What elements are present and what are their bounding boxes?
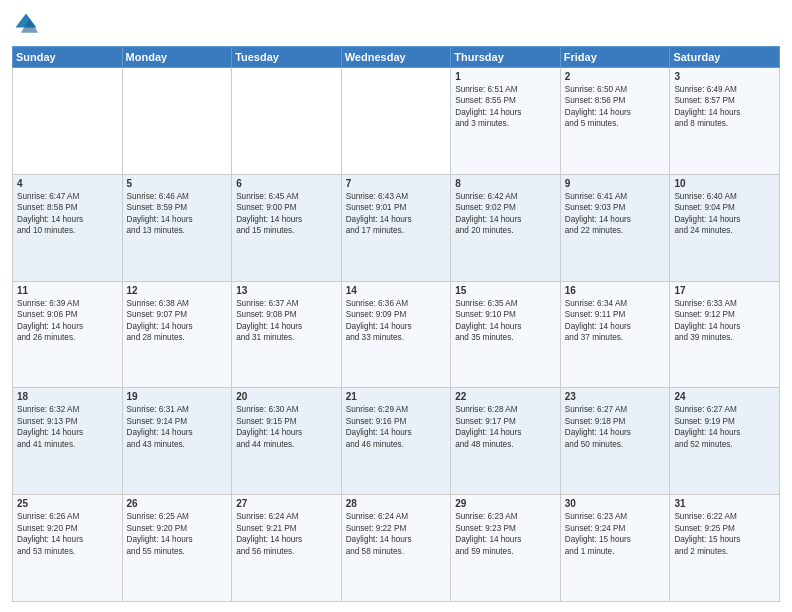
cell-info: Sunrise: 6:38 AM Sunset: 9:07 PM Dayligh… <box>127 298 228 344</box>
cell-info: Sunrise: 6:26 AM Sunset: 9:20 PM Dayligh… <box>17 511 118 557</box>
calendar-cell: 26Sunrise: 6:25 AM Sunset: 9:20 PM Dayli… <box>122 495 232 602</box>
weekday-header-cell: Tuesday <box>232 47 342 68</box>
cell-info: Sunrise: 6:35 AM Sunset: 9:10 PM Dayligh… <box>455 298 556 344</box>
cell-info: Sunrise: 6:50 AM Sunset: 8:56 PM Dayligh… <box>565 84 666 130</box>
calendar-cell: 23Sunrise: 6:27 AM Sunset: 9:18 PM Dayli… <box>560 388 670 495</box>
calendar-cell <box>341 68 451 175</box>
calendar-cell: 24Sunrise: 6:27 AM Sunset: 9:19 PM Dayli… <box>670 388 780 495</box>
cell-info: Sunrise: 6:24 AM Sunset: 9:21 PM Dayligh… <box>236 511 337 557</box>
day-number: 4 <box>17 178 118 189</box>
calendar-week-row: 18Sunrise: 6:32 AM Sunset: 9:13 PM Dayli… <box>13 388 780 495</box>
cell-info: Sunrise: 6:42 AM Sunset: 9:02 PM Dayligh… <box>455 191 556 237</box>
calendar-cell <box>13 68 123 175</box>
calendar-cell: 1Sunrise: 6:51 AM Sunset: 8:55 PM Daylig… <box>451 68 561 175</box>
calendar-cell: 17Sunrise: 6:33 AM Sunset: 9:12 PM Dayli… <box>670 281 780 388</box>
day-number: 8 <box>455 178 556 189</box>
calendar-cell: 14Sunrise: 6:36 AM Sunset: 9:09 PM Dayli… <box>341 281 451 388</box>
weekday-header-cell: Saturday <box>670 47 780 68</box>
day-number: 11 <box>17 285 118 296</box>
day-number: 16 <box>565 285 666 296</box>
cell-info: Sunrise: 6:22 AM Sunset: 9:25 PM Dayligh… <box>674 511 775 557</box>
weekday-header-cell: Wednesday <box>341 47 451 68</box>
calendar-cell: 29Sunrise: 6:23 AM Sunset: 9:23 PM Dayli… <box>451 495 561 602</box>
calendar-week-row: 1Sunrise: 6:51 AM Sunset: 8:55 PM Daylig… <box>13 68 780 175</box>
day-number: 24 <box>674 391 775 402</box>
calendar-body: 1Sunrise: 6:51 AM Sunset: 8:55 PM Daylig… <box>13 68 780 602</box>
calendar-cell <box>232 68 342 175</box>
cell-info: Sunrise: 6:43 AM Sunset: 9:01 PM Dayligh… <box>346 191 447 237</box>
calendar-cell: 2Sunrise: 6:50 AM Sunset: 8:56 PM Daylig… <box>560 68 670 175</box>
page: SundayMondayTuesdayWednesdayThursdayFrid… <box>0 0 792 612</box>
calendar-cell: 21Sunrise: 6:29 AM Sunset: 9:16 PM Dayli… <box>341 388 451 495</box>
calendar-cell: 30Sunrise: 6:23 AM Sunset: 9:24 PM Dayli… <box>560 495 670 602</box>
calendar-cell: 6Sunrise: 6:45 AM Sunset: 9:00 PM Daylig… <box>232 174 342 281</box>
calendar-cell: 10Sunrise: 6:40 AM Sunset: 9:04 PM Dayli… <box>670 174 780 281</box>
calendar-cell: 5Sunrise: 6:46 AM Sunset: 8:59 PM Daylig… <box>122 174 232 281</box>
day-number: 20 <box>236 391 337 402</box>
day-number: 14 <box>346 285 447 296</box>
weekday-header-cell: Monday <box>122 47 232 68</box>
day-number: 9 <box>565 178 666 189</box>
day-number: 18 <box>17 391 118 402</box>
day-number: 19 <box>127 391 228 402</box>
calendar-cell: 25Sunrise: 6:26 AM Sunset: 9:20 PM Dayli… <box>13 495 123 602</box>
weekday-header-cell: Sunday <box>13 47 123 68</box>
calendar-cell: 13Sunrise: 6:37 AM Sunset: 9:08 PM Dayli… <box>232 281 342 388</box>
cell-info: Sunrise: 6:40 AM Sunset: 9:04 PM Dayligh… <box>674 191 775 237</box>
day-number: 22 <box>455 391 556 402</box>
day-number: 15 <box>455 285 556 296</box>
cell-info: Sunrise: 6:29 AM Sunset: 9:16 PM Dayligh… <box>346 404 447 450</box>
calendar-cell: 9Sunrise: 6:41 AM Sunset: 9:03 PM Daylig… <box>560 174 670 281</box>
cell-info: Sunrise: 6:27 AM Sunset: 9:18 PM Dayligh… <box>565 404 666 450</box>
calendar-cell: 3Sunrise: 6:49 AM Sunset: 8:57 PM Daylig… <box>670 68 780 175</box>
weekday-header-cell: Friday <box>560 47 670 68</box>
cell-info: Sunrise: 6:30 AM Sunset: 9:15 PM Dayligh… <box>236 404 337 450</box>
cell-info: Sunrise: 6:36 AM Sunset: 9:09 PM Dayligh… <box>346 298 447 344</box>
calendar-cell: 15Sunrise: 6:35 AM Sunset: 9:10 PM Dayli… <box>451 281 561 388</box>
day-number: 1 <box>455 71 556 82</box>
cell-info: Sunrise: 6:24 AM Sunset: 9:22 PM Dayligh… <box>346 511 447 557</box>
calendar-cell: 28Sunrise: 6:24 AM Sunset: 9:22 PM Dayli… <box>341 495 451 602</box>
day-number: 2 <box>565 71 666 82</box>
cell-info: Sunrise: 6:34 AM Sunset: 9:11 PM Dayligh… <box>565 298 666 344</box>
calendar-table: SundayMondayTuesdayWednesdayThursdayFrid… <box>12 46 780 602</box>
calendar-cell: 22Sunrise: 6:28 AM Sunset: 9:17 PM Dayli… <box>451 388 561 495</box>
cell-info: Sunrise: 6:45 AM Sunset: 9:00 PM Dayligh… <box>236 191 337 237</box>
cell-info: Sunrise: 6:33 AM Sunset: 9:12 PM Dayligh… <box>674 298 775 344</box>
day-number: 5 <box>127 178 228 189</box>
cell-info: Sunrise: 6:23 AM Sunset: 9:24 PM Dayligh… <box>565 511 666 557</box>
cell-info: Sunrise: 6:49 AM Sunset: 8:57 PM Dayligh… <box>674 84 775 130</box>
day-number: 28 <box>346 498 447 509</box>
calendar-week-row: 25Sunrise: 6:26 AM Sunset: 9:20 PM Dayli… <box>13 495 780 602</box>
day-number: 3 <box>674 71 775 82</box>
day-number: 27 <box>236 498 337 509</box>
cell-info: Sunrise: 6:28 AM Sunset: 9:17 PM Dayligh… <box>455 404 556 450</box>
cell-info: Sunrise: 6:46 AM Sunset: 8:59 PM Dayligh… <box>127 191 228 237</box>
day-number: 29 <box>455 498 556 509</box>
calendar-cell: 18Sunrise: 6:32 AM Sunset: 9:13 PM Dayli… <box>13 388 123 495</box>
calendar-cell: 20Sunrise: 6:30 AM Sunset: 9:15 PM Dayli… <box>232 388 342 495</box>
day-number: 10 <box>674 178 775 189</box>
header <box>12 10 780 38</box>
cell-info: Sunrise: 6:27 AM Sunset: 9:19 PM Dayligh… <box>674 404 775 450</box>
day-number: 25 <box>17 498 118 509</box>
day-number: 30 <box>565 498 666 509</box>
day-number: 26 <box>127 498 228 509</box>
day-number: 17 <box>674 285 775 296</box>
calendar-week-row: 11Sunrise: 6:39 AM Sunset: 9:06 PM Dayli… <box>13 281 780 388</box>
weekday-header-cell: Thursday <box>451 47 561 68</box>
day-number: 31 <box>674 498 775 509</box>
day-number: 12 <box>127 285 228 296</box>
calendar-cell: 16Sunrise: 6:34 AM Sunset: 9:11 PM Dayli… <box>560 281 670 388</box>
calendar-cell: 4Sunrise: 6:47 AM Sunset: 8:58 PM Daylig… <box>13 174 123 281</box>
calendar-cell: 27Sunrise: 6:24 AM Sunset: 9:21 PM Dayli… <box>232 495 342 602</box>
calendar-cell: 7Sunrise: 6:43 AM Sunset: 9:01 PM Daylig… <box>341 174 451 281</box>
calendar-cell: 11Sunrise: 6:39 AM Sunset: 9:06 PM Dayli… <box>13 281 123 388</box>
cell-info: Sunrise: 6:32 AM Sunset: 9:13 PM Dayligh… <box>17 404 118 450</box>
day-number: 6 <box>236 178 337 189</box>
cell-info: Sunrise: 6:37 AM Sunset: 9:08 PM Dayligh… <box>236 298 337 344</box>
calendar-cell <box>122 68 232 175</box>
cell-info: Sunrise: 6:41 AM Sunset: 9:03 PM Dayligh… <box>565 191 666 237</box>
calendar-cell: 12Sunrise: 6:38 AM Sunset: 9:07 PM Dayli… <box>122 281 232 388</box>
logo-icon <box>12 10 40 38</box>
